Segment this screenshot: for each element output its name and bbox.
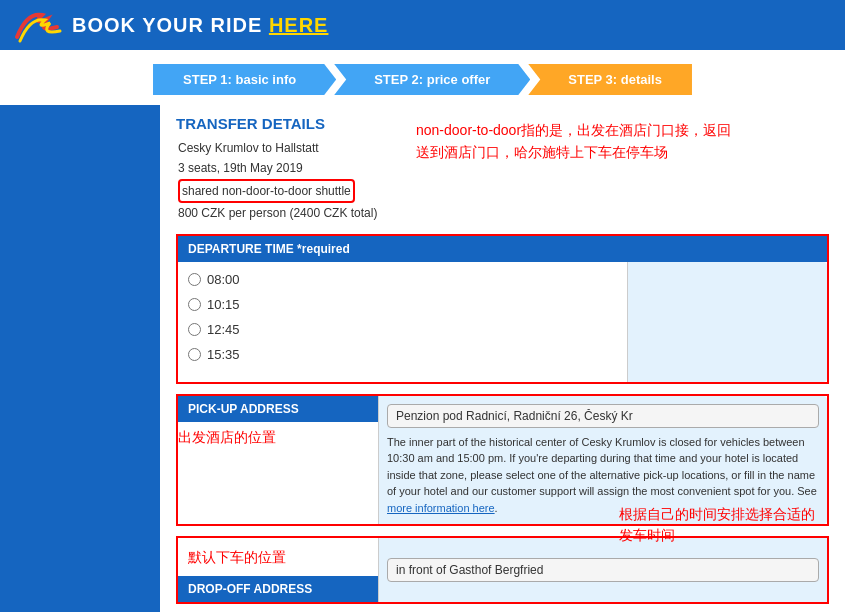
departure-section: DEPARTURE TIME *required 08:00 10:15 [176,234,829,384]
header-title: BOOK YOUR RIDE HERE [72,14,328,37]
page-header: BOOK YOUR RIDE HERE [0,0,845,50]
annotation-pickup: 出发酒店的位置 [178,422,378,452]
time-label-3: 12:45 [207,322,240,337]
dropoff-left: 默认下车的位置 DROP-OFF ADDRESS [178,538,378,602]
shuttle-type: shared non-door-to-door shuttle [178,179,355,203]
departure-header: DEPARTURE TIME *required [178,236,827,262]
time-radio-4[interactable] [188,348,201,361]
departure-right-panel [627,262,827,382]
annotation-non-door: non-door-to-door指的是，出发在酒店门口接，返回送到酒店门口，哈尔… [416,115,736,224]
step-1[interactable]: STEP 1: basic info [153,64,336,95]
time-radio-1[interactable] [188,273,201,286]
time-option-1: 08:00 [188,272,617,287]
time-label-1: 08:00 [207,272,240,287]
transfer-title: TRANSFER DETAILS [176,115,406,132]
dropoff-right [378,538,827,602]
transfer-section: TRANSFER DETAILS Cesky Krumlov to Hallst… [176,115,829,224]
header-title-highlight: HERE [269,14,329,36]
time-label-2: 10:15 [207,297,240,312]
price-line: 800 CZK per person (2400 CZK total) [178,203,406,223]
route-line: Cesky Krumlov to Hallstatt [178,138,406,158]
steps-bar: STEP 1: basic info STEP 2: price offer S… [0,50,845,105]
dropoff-header: DROP-OFF ADDRESS [178,576,378,602]
content-area: TRANSFER DETAILS Cesky Krumlov to Hallst… [160,105,845,612]
time-label-4: 15:35 [207,347,240,362]
step-3[interactable]: STEP 3: details [528,64,692,95]
dropoff-section: 默认下车的位置 DROP-OFF ADDRESS [176,536,829,604]
departure-options: 08:00 10:15 12:45 15:35 [178,262,627,382]
step-2[interactable]: STEP 2: price offer [334,64,530,95]
annotation-dropoff: 默认下车的位置 [178,538,378,576]
main-layout: TRANSFER DETAILS Cesky Krumlov to Hallst… [0,105,845,612]
shuttle-line: shared non-door-to-door shuttle [178,179,406,203]
transfer-details-block: TRANSFER DETAILS Cesky Krumlov to Hallst… [176,115,406,224]
seats-date-line: 3 seats, 19th May 2019 [178,158,406,178]
sidebar [0,105,160,612]
pickup-header: PICK-UP ADDRESS [178,396,378,422]
transfer-info: Cesky Krumlov to Hallstatt 3 seats, 19th… [178,138,406,224]
logo-area: BOOK YOUR RIDE HERE [12,7,328,43]
more-info-link[interactable]: more information here [387,502,495,514]
time-radio-3[interactable] [188,323,201,336]
departure-container: DEPARTURE TIME *required 08:00 10:15 [176,234,829,384]
annotation-time: 根据自己的时间安排选择合适的发车时间 [619,504,819,546]
time-option-2: 10:15 [188,297,617,312]
dropoff-body: 默认下车的位置 DROP-OFF ADDRESS [178,538,827,602]
logo-icon [12,7,62,43]
time-option-4: 15:35 [188,347,617,362]
time-radio-2[interactable] [188,298,201,311]
pickup-input[interactable] [387,404,819,428]
dropoff-input[interactable] [387,558,819,582]
pickup-left: PICK-UP ADDRESS 出发酒店的位置 [178,396,378,525]
time-option-3: 12:45 [188,322,617,337]
departure-body: 08:00 10:15 12:45 15:35 [178,262,827,382]
